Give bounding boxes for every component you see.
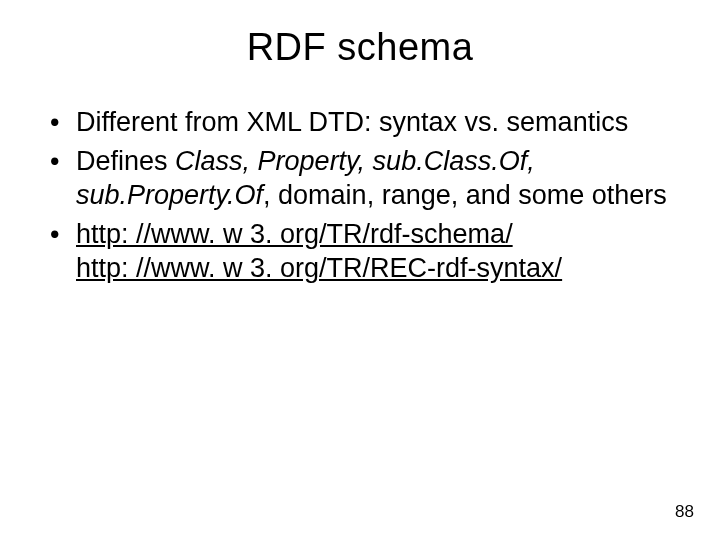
rdf-syntax-link[interactable]: http: //www. w 3. org/TR/REC-rdf-syntax/ (76, 253, 562, 283)
bullet-2-lead: Defines (76, 146, 175, 176)
bullet-1-text: Different from XML DTD: syntax vs. seman… (76, 107, 628, 137)
bullet-item-3: http: //www. w 3. org/TR/rdf-schema/ htt… (46, 217, 680, 286)
bullet-item-1: Different from XML DTD: syntax vs. seman… (46, 105, 680, 140)
page-number: 88 (675, 502, 694, 522)
slide: RDF schema Different from XML DTD: synta… (0, 0, 720, 540)
bullet-list: Different from XML DTD: syntax vs. seman… (46, 105, 680, 286)
bullet-item-2: Defines Class, Property, sub.Class.Of, s… (46, 144, 680, 213)
slide-title: RDF schema (40, 26, 680, 69)
rdf-schema-link[interactable]: http: //www. w 3. org/TR/rdf-schema/ (76, 219, 513, 249)
bullet-2-tail: , domain, range, and some others (263, 180, 667, 210)
